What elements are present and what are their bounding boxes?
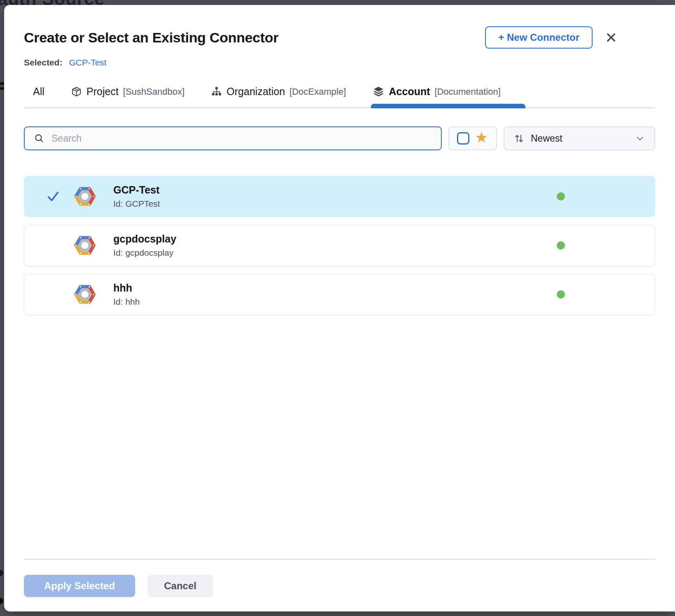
- background-fragment: [0, 570, 3, 576]
- cancel-button[interactable]: Cancel: [148, 575, 213, 597]
- layers-icon: [373, 86, 384, 98]
- connector-id: Id: hhh: [113, 297, 140, 307]
- modal-footer: Apply Selected Cancel: [24, 575, 213, 597]
- new-connector-button[interactable]: + New Connector: [485, 26, 593, 49]
- search-box[interactable]: [24, 126, 442, 150]
- connector-id: Id: gcpdocsplay: [113, 248, 176, 258]
- tab-all-label: All: [33, 86, 45, 98]
- close-button[interactable]: [604, 30, 618, 44]
- background-fragment: [0, 87, 4, 90]
- tab-all[interactable]: All: [33, 80, 45, 107]
- tab-project-label: Project: [87, 86, 119, 98]
- connector-info: GCP-Test Id: GCPTest: [113, 184, 160, 209]
- status-dot: [557, 290, 565, 299]
- connector-name: hhh: [113, 282, 140, 294]
- connector-name: gcpdocsplay: [113, 233, 176, 245]
- check-icon: [46, 189, 61, 204]
- scope-tabs: All Project [SushSandbox]: [24, 80, 655, 108]
- search-input[interactable]: [52, 133, 432, 144]
- tab-account-label: Account: [389, 86, 430, 98]
- gcp-logo-icon: [73, 233, 97, 257]
- search-icon: [34, 133, 45, 144]
- status-dot: [557, 241, 565, 250]
- connector-info: gcpdocsplay Id: gcpdocsplay: [113, 233, 176, 258]
- tab-organization-scope: [DocExample]: [290, 86, 346, 97]
- connector-row-gcp-test[interactable]: GCP-Test Id: GCPTest: [24, 176, 655, 217]
- favorites-filter[interactable]: ★: [448, 126, 497, 150]
- connector-name: GCP-Test: [113, 184, 160, 196]
- close-icon: [605, 32, 617, 43]
- selected-connector-link[interactable]: GCP-Test: [69, 58, 106, 68]
- connector-id: Id: GCPTest: [113, 199, 160, 209]
- background-fragment: [0, 82, 4, 85]
- sort-dropdown[interactable]: Newest: [504, 126, 655, 150]
- tab-organization[interactable]: Organization [DocExample]: [211, 80, 346, 107]
- cube-icon: [71, 86, 82, 97]
- page-title: Create or Select an Existing Connector: [24, 30, 473, 46]
- background-fragment: [0, 598, 3, 604]
- tab-account-scope: [Documentation]: [435, 86, 501, 97]
- selected-label: Selected:: [24, 58, 62, 68]
- active-tab-indicator: [371, 104, 525, 108]
- sort-arrows-icon: [513, 133, 525, 144]
- apply-selected-button[interactable]: Apply Selected: [24, 575, 135, 597]
- connector-row-gcpdocsplay[interactable]: gcpdocsplay Id: gcpdocsplay: [24, 225, 655, 266]
- footer-divider: [24, 559, 655, 560]
- tab-organization-label: Organization: [227, 86, 285, 98]
- gcp-logo-icon: [73, 282, 97, 306]
- check-slot: [41, 189, 73, 204]
- tab-account[interactable]: Account [Documentation]: [373, 80, 501, 107]
- org-chart-icon: [211, 86, 222, 97]
- connector-list: GCP-Test Id: GCPTest gcpd: [24, 176, 655, 315]
- connector-info: hhh Id: hhh: [113, 282, 140, 307]
- connector-row-hhh[interactable]: hhh Id: hhh: [24, 274, 655, 315]
- connector-select-modal: Create or Select an Existing Connector +…: [4, 5, 675, 611]
- list-controls: ★ Newest: [24, 126, 655, 150]
- star-icon: ★: [475, 130, 488, 145]
- favorites-checkbox[interactable]: [457, 132, 469, 145]
- chevron-down-icon: [635, 133, 645, 144]
- tab-project-scope: [SushSandbox]: [123, 86, 185, 97]
- sort-selected-value: Newest: [531, 133, 628, 144]
- modal-header: Create or Select an Existing Connector +…: [24, 5, 655, 49]
- selected-line: Selected: GCP-Test: [24, 58, 655, 68]
- tab-project[interactable]: Project [SushSandbox]: [71, 80, 185, 107]
- gcp-logo-icon: [73, 184, 97, 208]
- status-dot: [557, 192, 565, 201]
